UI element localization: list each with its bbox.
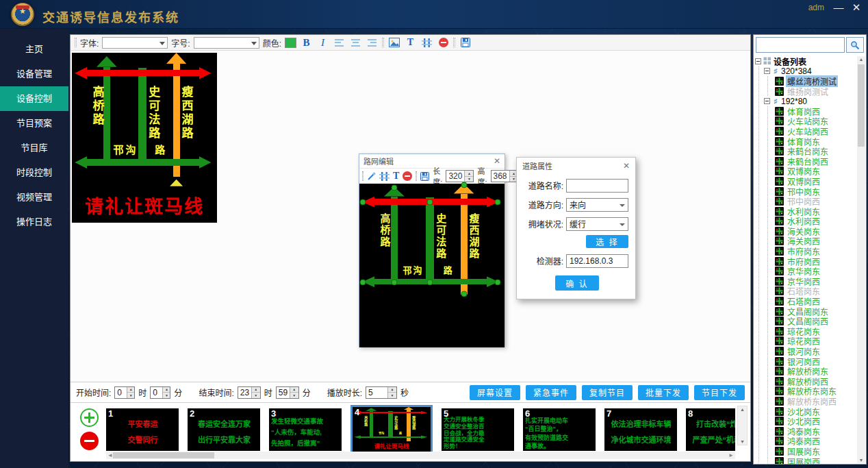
- edit-handle[interactable]: [391, 279, 397, 285]
- scroll-right-icon[interactable]: ►: [728, 452, 734, 458]
- playlist-horizontal-scrollbar[interactable]: ◄ ►: [106, 452, 735, 459]
- spin-down-icon[interactable]: ▼: [127, 393, 134, 398]
- road-name-input[interactable]: [566, 179, 628, 193]
- start-minute-spinner[interactable]: 0▲▼: [150, 386, 170, 399]
- tree-device-item[interactable]: 双博岗西: [769, 176, 856, 186]
- align-center-button[interactable]: [349, 36, 362, 49]
- tree-collapse-icon[interactable]: [764, 98, 770, 104]
- program-thumbnail-6[interactable]: 6扎实开展电动车“百日整治”，有效预防道路交通事故。: [523, 408, 596, 451]
- confirm-button[interactable]: 确 认: [555, 275, 599, 291]
- congestion-select[interactable]: 缓行: [566, 217, 628, 231]
- sidebar-item-time-period-control[interactable]: 时段控制: [0, 160, 68, 185]
- screen-settings-button[interactable]: 屏幕设置: [470, 385, 520, 400]
- sidebar-item-device-management[interactable]: 设备管理: [0, 62, 68, 86]
- edit-handle[interactable]: [461, 291, 467, 297]
- delete-element-button[interactable]: [403, 170, 412, 183]
- tree-device-item[interactable]: 双博岗东: [769, 167, 856, 177]
- start-hour-spinner[interactable]: 0▲▼: [114, 386, 135, 399]
- tree-device-item[interactable]: 文昌阁岗东: [769, 306, 856, 317]
- duration-spinner[interactable]: 5▲▼: [366, 386, 397, 399]
- road-tool-button[interactable]: [379, 170, 390, 183]
- property-dialog-titlebar[interactable]: 道路属性 ✕: [517, 158, 635, 174]
- sidebar-item-program-library[interactable]: 节目库: [0, 136, 68, 160]
- delete-element-button[interactable]: [437, 36, 450, 49]
- text-tool-button[interactable]: T: [404, 36, 417, 49]
- edit-handle[interactable]: [391, 184, 397, 190]
- align-right-button[interactable]: [366, 36, 379, 49]
- program-thumbnail-1[interactable]: 1平安春运交警同行: [106, 408, 179, 451]
- tree-device-item[interactable]: 琼花岗东: [769, 326, 856, 336]
- tree-collapse-icon[interactable]: [755, 58, 761, 64]
- tree-device-item[interactable]: 沙北岗东: [769, 406, 856, 417]
- edit-handle[interactable]: [427, 279, 433, 285]
- color-swatch[interactable]: [285, 38, 296, 48]
- search-button[interactable]: [846, 37, 864, 53]
- copy-program-button[interactable]: 复制节目: [582, 385, 633, 400]
- font-select[interactable]: [102, 37, 168, 49]
- spin-up-icon[interactable]: ▲: [163, 387, 170, 393]
- add-program-button[interactable]: [80, 408, 99, 427]
- design-canvas[interactable]: 高桥路史可法路瘦西湖路邗沟路请礼让斑马线 路网编辑 ✕ T: [71, 51, 750, 382]
- spin-down-icon[interactable]: ▼: [290, 393, 298, 398]
- sidebar-item-home[interactable]: 主页: [0, 37, 68, 62]
- scrollbar-thumb[interactable]: [858, 64, 865, 147]
- roadnet-tool-button[interactable]: [420, 36, 433, 49]
- tree-device-item[interactable]: 银河岗西: [769, 356, 856, 367]
- spin-down-icon[interactable]: ▼: [465, 177, 473, 182]
- height-spinner[interactable]: 368▲▼: [491, 170, 519, 182]
- tree-device-item[interactable]: 文昌阁岗西: [769, 316, 856, 326]
- spin-up-icon[interactable]: ▲: [290, 387, 298, 393]
- tree-collapse-icon[interactable]: [764, 68, 770, 74]
- tree-device-item[interactable]: 银河岗东: [769, 346, 856, 356]
- tree-device-item[interactable]: 鸿泰岗西: [769, 436, 856, 447]
- tree-device-item[interactable]: 解放桥东岗东: [769, 386, 856, 397]
- device-search-input[interactable]: [756, 37, 845, 53]
- select-detector-button[interactable]: 选 择: [586, 235, 628, 248]
- tree-device-item[interactable]: 石塔岗东: [769, 286, 856, 297]
- tree-device-item[interactable]: 市府岗西: [769, 256, 856, 267]
- tree-device-item[interactable]: 邗中岗西: [769, 196, 856, 206]
- detector-input[interactable]: 192.168.0.3: [566, 254, 628, 268]
- scroll-down-icon[interactable]: ▼: [740, 439, 745, 444]
- tree-device-item[interactable]: 解放桥岗西: [769, 376, 856, 386]
- tree-root-row[interactable]: 设备列表: [755, 56, 856, 66]
- tree-device-item[interactable]: 国展岗东: [769, 446, 856, 456]
- tree-device-item[interactable]: 解放桥东岗西: [769, 396, 856, 406]
- insert-image-button[interactable]: [387, 36, 400, 49]
- program-send-button[interactable]: 节目下发: [694, 385, 745, 400]
- tree-group-192x80[interactable]: ♯192*80: [759, 96, 856, 106]
- program-thumbnail-3[interactable]: 3发生轻微交通事故“人未伤，车能动,先拍照，后撤离”: [269, 408, 342, 451]
- tree-device-item[interactable]: 体育岗东: [769, 136, 856, 147]
- end-hour-spinner[interactable]: 23▲▼: [238, 386, 261, 399]
- tree-device-item[interactable]: 京华岗东: [769, 266, 856, 276]
- remove-program-button[interactable]: [80, 432, 99, 450]
- spin-up-icon[interactable]: ▲: [388, 387, 396, 393]
- sidebar-item-operation-log[interactable]: 操作日志: [0, 210, 68, 234]
- end-minute-spinner[interactable]: 59▲▼: [276, 386, 299, 399]
- spin-down-icon[interactable]: ▼: [388, 393, 396, 398]
- playlist-vertical-scrollbar[interactable]: ▲▼: [737, 406, 748, 445]
- italic-button[interactable]: I: [316, 36, 329, 49]
- tree-device-item[interactable]: 海关岗东: [769, 226, 856, 236]
- tree-device-item[interactable]: 体育岗西: [769, 106, 856, 116]
- tree-device-item[interactable]: 海关岗西: [769, 236, 856, 247]
- tree-device-item[interactable]: 鸿泰岗东: [769, 426, 856, 436]
- tree-device-item[interactable]: 螺丝湾桥测试: [769, 76, 856, 86]
- program-thumbnail-7[interactable]: 7依法治理非标车辆净化城市交通环境: [604, 408, 677, 451]
- tree-device-item[interactable]: 解放桥岗东: [769, 366, 856, 376]
- tree-device-item[interactable]: 火车站岗西: [769, 126, 856, 136]
- program-thumbnail-4[interactable]: 4高桥路史可法路瘦西湖路邗沟路请礼让斑马线: [350, 405, 433, 456]
- tree-device-item[interactable]: 维扬岗测试: [769, 86, 856, 97]
- edit-handle[interactable]: [427, 199, 433, 205]
- sidebar-item-program-plan[interactable]: 节目预案: [0, 111, 68, 136]
- bold-button[interactable]: B: [300, 36, 313, 49]
- scroll-left-icon[interactable]: ◄: [107, 452, 113, 458]
- edit-handle[interactable]: [495, 279, 501, 285]
- road-direction-select[interactable]: 来向: [566, 198, 628, 212]
- batch-send-button[interactable]: 批量下发: [638, 385, 689, 400]
- tree-device-item[interactable]: 市府岗东: [769, 246, 856, 256]
- tree-device-item[interactable]: 来鹤台岗西: [769, 156, 856, 167]
- tree-group-320x384[interactable]: ♯320*384: [759, 66, 856, 77]
- draw-line-button[interactable]: [367, 170, 376, 183]
- sidebar-item-video-management[interactable]: 视频管理: [0, 185, 68, 210]
